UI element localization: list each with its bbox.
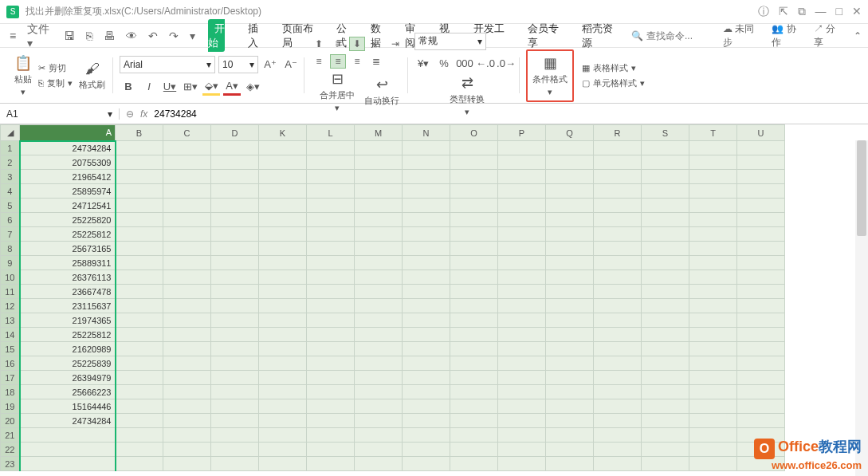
cell[interactable] [642,184,689,199]
cell[interactable] [163,443,211,457]
cell[interactable] [259,184,307,199]
save-icon[interactable]: 🖫 [61,28,78,44]
cell[interactable] [116,141,163,155]
cell[interactable] [546,227,594,242]
cell[interactable] [642,356,689,371]
cell[interactable] [737,227,785,242]
cell[interactable] [546,256,594,270]
cell[interactable] [20,428,116,443]
export-icon[interactable]: ⎘ [83,28,96,44]
cell[interactable] [498,313,546,328]
cell[interactable]: 23115637 [20,299,116,313]
cell[interactable] [689,285,737,299]
cell[interactable] [211,313,259,328]
cell[interactable] [211,141,259,155]
row-header[interactable]: 18 [1,385,20,399]
clear-format-button[interactable]: ◈▾ [244,78,261,96]
cell[interactable] [163,385,211,399]
cell[interactable] [498,227,546,242]
cell[interactable] [737,356,785,371]
cell[interactable] [116,184,163,199]
cell[interactable] [737,270,785,285]
cell[interactable] [355,414,403,428]
cell[interactable] [642,313,689,328]
cell[interactable] [546,299,594,313]
cell[interactable] [642,428,689,443]
cell[interactable] [211,399,259,414]
cell[interactable] [211,155,259,170]
cell[interactable] [211,184,259,199]
row-header[interactable]: 16 [1,356,20,371]
cell[interactable] [163,184,211,199]
cell[interactable] [450,371,498,385]
cell[interactable]: 24734284 [20,414,116,428]
format-painter-button[interactable]: 🖌格式刷 [76,59,108,92]
cell[interactable] [642,270,689,285]
row-header[interactable]: 5 [1,199,20,213]
row-header[interactable]: 23 [1,457,20,471]
cell[interactable] [689,299,737,313]
cell[interactable] [450,428,498,443]
row-header[interactable]: 11 [1,285,20,299]
cell[interactable] [307,428,355,443]
cell[interactable] [307,242,355,256]
merge-center-button[interactable]: ⊟合并居中▾ [316,69,358,115]
col-header[interactable]: D [211,125,259,141]
cell[interactable]: 25225812 [20,227,116,242]
cell[interactable] [259,457,307,471]
cell[interactable] [689,213,737,227]
cell[interactable] [642,256,689,270]
sync-button[interactable]: ☁ 未同步 [723,22,762,49]
cell[interactable] [689,457,737,471]
cell[interactable] [450,313,498,328]
row-header[interactable]: 9 [1,256,20,270]
cell[interactable] [737,213,785,227]
cell[interactable] [737,414,785,428]
cell[interactable] [403,356,450,371]
cell[interactable] [403,457,450,471]
table-row[interactable]: 1625225839 [1,356,785,371]
cell[interactable] [163,342,211,356]
col-header[interactable]: T [689,125,737,141]
cell[interactable] [498,199,546,213]
row-header[interactable]: 10 [1,270,20,285]
dropdown-icon[interactable]: ▾ [187,28,198,44]
cell[interactable] [498,385,546,399]
cell[interactable] [403,184,450,199]
cell[interactable] [116,342,163,356]
cell[interactable] [403,443,450,457]
cell[interactable] [163,270,211,285]
cell[interactable] [689,328,737,342]
cell[interactable] [546,443,594,457]
cell[interactable] [116,428,163,443]
cell[interactable] [307,285,355,299]
cell[interactable] [546,213,594,227]
cell[interactable] [737,285,785,299]
cell[interactable] [546,170,594,184]
col-header[interactable]: C [163,125,211,141]
cell[interactable] [307,399,355,414]
cell[interactable]: 25666223 [20,385,116,399]
undo-icon[interactable]: ↶ [145,28,161,44]
cell[interactable] [689,199,737,213]
cell[interactable]: 25225812 [20,328,116,342]
cell[interactable] [355,242,403,256]
formula-input[interactable] [154,108,862,120]
collapse-ribbon-icon[interactable]: ⌃ [854,30,862,41]
cell[interactable] [355,227,403,242]
cell[interactable] [116,227,163,242]
maximize-icon[interactable]: □ [836,5,842,19]
cell[interactable] [307,141,355,155]
cell[interactable] [116,242,163,256]
cell[interactable] [211,242,259,256]
cell[interactable] [116,385,163,399]
cell[interactable] [737,141,785,155]
cell[interactable] [403,385,450,399]
cell[interactable] [450,242,498,256]
preview-icon[interactable]: 👁 [123,28,140,44]
cell[interactable] [594,155,642,170]
cell[interactable] [498,371,546,385]
coop-button[interactable]: 👥 协作 [772,22,804,49]
copy-button[interactable]: ⎘复制▾ [38,77,73,89]
col-header[interactable]: B [116,125,163,141]
